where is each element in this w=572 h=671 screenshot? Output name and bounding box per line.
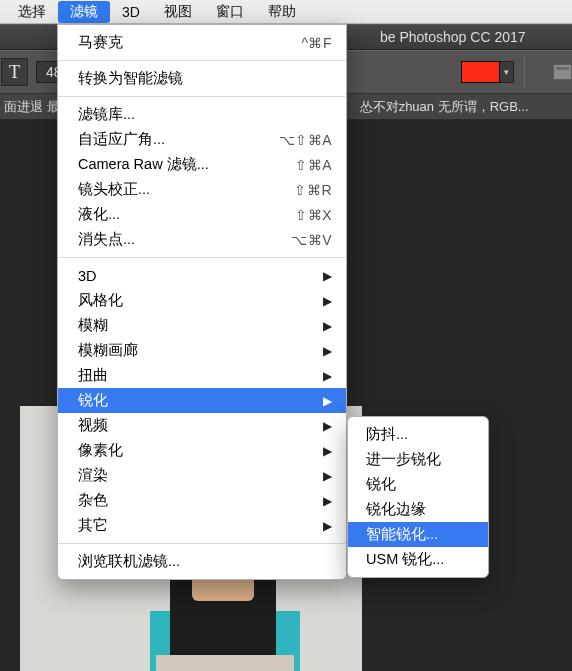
menu-item-shortcut: ⇧⌘R	[294, 182, 332, 198]
menu-item-label: Camera Raw 滤镜...	[78, 155, 295, 174]
menu-item-render[interactable]: 渲染 ▶	[58, 463, 346, 488]
menu-item-browse-online-filters[interactable]: 浏览联机滤镜...	[58, 549, 346, 574]
submenu-item-unsharp-mask[interactable]: USM 锐化...	[348, 547, 488, 572]
menu-item-shortcut: ^⌘F	[301, 35, 332, 51]
menu-item-pixelate[interactable]: 像素化 ▶	[58, 438, 346, 463]
menu-help[interactable]: 帮助	[256, 1, 308, 23]
menu-item-stylize[interactable]: 风格化 ▶	[58, 288, 346, 313]
menu-item-label: 扭曲	[78, 366, 323, 385]
menu-view[interactable]: 视图	[152, 1, 204, 23]
menu-item-blur[interactable]: 模糊 ▶	[58, 313, 346, 338]
submenu-arrow-icon: ▶	[323, 469, 332, 483]
submenu-arrow-icon: ▶	[323, 369, 332, 383]
menu-item-label: 其它	[78, 516, 323, 535]
submenu-arrow-icon: ▶	[323, 394, 332, 408]
submenu-item-sharpen[interactable]: 锐化	[348, 472, 488, 497]
filter-menu: 马赛克 ^⌘F 转换为智能滤镜 滤镜库... 自适应广角... ⌥⇧⌘A Cam…	[57, 24, 347, 580]
submenu-item-smart-sharpen[interactable]: 智能锐化...	[348, 522, 488, 547]
chevron-down-icon[interactable]: ▾	[500, 61, 514, 83]
submenu-item-sharpen-more[interactable]: 进一步锐化	[348, 447, 488, 472]
document-tab[interactable]: 怂不对zhuan 无所谓，RGB...	[360, 98, 529, 116]
menu-item-other[interactable]: 其它 ▶	[58, 513, 346, 538]
menu-item-sharpen[interactable]: 锐化 ▶	[58, 388, 346, 413]
menu-item-label: 智能锐化...	[366, 525, 470, 544]
submenu-arrow-icon: ▶	[323, 419, 332, 433]
menu-item-filter-gallery[interactable]: 滤镜库...	[58, 102, 346, 127]
submenu-arrow-icon: ▶	[323, 519, 332, 533]
menu-item-label: 马赛克	[78, 33, 301, 52]
submenu-arrow-icon: ▶	[323, 444, 332, 458]
color-swatch[interactable]	[461, 61, 500, 83]
menu-item-shortcut: ⇧⌘A	[295, 157, 332, 173]
submenu-arrow-icon: ▶	[323, 294, 332, 308]
menu-item-noise[interactable]: 杂色 ▶	[58, 488, 346, 513]
menu-item-label: 液化...	[78, 205, 295, 224]
menu-item-label: 消失点...	[78, 230, 291, 249]
menu-item-label: 滤镜库...	[78, 105, 332, 124]
panel-toggle-icon[interactable]	[553, 64, 572, 80]
menu-item-label: 杂色	[78, 491, 323, 510]
menu-item-liquify[interactable]: 液化... ⇧⌘X	[58, 202, 346, 227]
menu-item-label: 锐化边缘	[366, 500, 470, 519]
menu-item-label: 镜头校正...	[78, 180, 294, 199]
menu-item-label: 模糊	[78, 316, 323, 335]
submenu-arrow-icon: ▶	[323, 344, 332, 358]
menu-item-convert-smart-filter[interactable]: 转换为智能滤镜	[58, 66, 346, 91]
menu-item-label: 转换为智能滤镜	[78, 69, 332, 88]
menu-item-label: 自适应广角...	[78, 130, 279, 149]
menu-item-vanishing-point[interactable]: 消失点... ⌥⌘V	[58, 227, 346, 252]
app-name: be Photoshop CC 2017	[380, 29, 526, 45]
menu-item-label: 锐化	[366, 475, 470, 494]
menu-item-lens-correction[interactable]: 镜头校正... ⇧⌘R	[58, 177, 346, 202]
menu-item-label: 进一步锐化	[366, 450, 470, 469]
menu-filter[interactable]: 滤镜	[58, 1, 110, 23]
menu-3d[interactable]: 3D	[110, 2, 152, 22]
menu-item-camera-raw[interactable]: Camera Raw 滤镜... ⇧⌘A	[58, 152, 346, 177]
menu-item-label: 锐化	[78, 391, 323, 410]
menu-item-shortcut: ⌥⌘V	[291, 232, 332, 248]
menu-item-label: 风格化	[78, 291, 323, 310]
menu-item-label: 模糊画廊	[78, 341, 323, 360]
menu-item-last-filter[interactable]: 马赛克 ^⌘F	[58, 30, 346, 55]
submenu-item-shake-reduction[interactable]: 防抖...	[348, 422, 488, 447]
submenu-arrow-icon: ▶	[323, 494, 332, 508]
doc-controls-text: 面进退 最	[4, 98, 60, 116]
sharpen-submenu: 防抖... 进一步锐化 锐化 锐化边缘 智能锐化... USM 锐化...	[347, 416, 489, 578]
submenu-arrow-icon: ▶	[323, 269, 332, 283]
menu-item-label: 防抖...	[366, 425, 470, 444]
menu-item-3d[interactable]: 3D ▶	[58, 263, 346, 288]
submenu-arrow-icon: ▶	[323, 319, 332, 333]
menu-item-label: 浏览联机滤镜...	[78, 552, 332, 571]
menu-item-label: 渲染	[78, 466, 323, 485]
menu-item-label: USM 锐化...	[366, 550, 470, 569]
menu-item-adaptive-wide-angle[interactable]: 自适应广角... ⌥⇧⌘A	[58, 127, 346, 152]
menu-item-blur-gallery[interactable]: 模糊画廊 ▶	[58, 338, 346, 363]
menu-item-shortcut: ⇧⌘X	[295, 207, 332, 223]
menu-item-label: 3D	[78, 268, 323, 284]
menu-item-label: 视频	[78, 416, 323, 435]
submenu-item-sharpen-edges[interactable]: 锐化边缘	[348, 497, 488, 522]
menu-item-distort[interactable]: 扭曲 ▶	[58, 363, 346, 388]
menubar: 选择 滤镜 3D 视图 窗口 帮助	[0, 0, 572, 24]
menu-select[interactable]: 选择	[6, 1, 58, 23]
tool-type-icon[interactable]: T	[1, 58, 28, 86]
menu-item-video[interactable]: 视频 ▶	[58, 413, 346, 438]
menu-window[interactable]: 窗口	[204, 1, 256, 23]
menu-item-label: 像素化	[78, 441, 323, 460]
menu-item-shortcut: ⌥⇧⌘A	[279, 132, 332, 148]
